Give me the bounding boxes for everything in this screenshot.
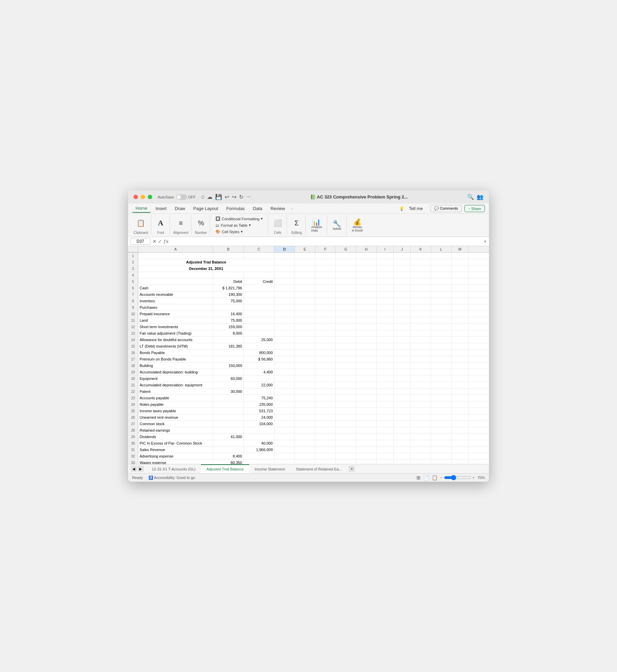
cell[interactable] (336, 356, 356, 362)
cell[interactable] (295, 421, 315, 427)
cell[interactable] (274, 388, 295, 395)
cell[interactable] (244, 317, 274, 323)
cell[interactable] (295, 343, 315, 349)
cell[interactable] (394, 343, 411, 349)
cell[interactable]: 800,000 (244, 350, 274, 356)
cell[interactable] (315, 395, 336, 401)
cell[interactable]: Premium on Bonds Payable (138, 356, 213, 362)
cell[interactable] (213, 356, 244, 362)
cell[interactable]: 75,000 (213, 298, 244, 304)
sheet-tab[interactable]: Adjusted Trial Balance (201, 464, 249, 473)
cell[interactable] (336, 440, 356, 446)
cell[interactable] (336, 266, 356, 272)
cell[interactable] (356, 266, 377, 272)
cell[interactable] (377, 259, 394, 265)
cell[interactable] (244, 343, 274, 349)
cell[interactable] (336, 434, 356, 440)
cell[interactable] (336, 259, 356, 265)
cell[interactable]: Sales Revenue (138, 447, 213, 453)
cell[interactable] (431, 272, 452, 278)
cell[interactable] (336, 285, 356, 291)
cell[interactable] (315, 324, 336, 330)
cell[interactable] (315, 453, 336, 459)
cell[interactable] (411, 266, 431, 272)
cell[interactable] (315, 440, 336, 446)
cell[interactable] (431, 440, 452, 446)
cell[interactable] (394, 434, 411, 440)
cell[interactable] (411, 259, 431, 265)
cell[interactable] (244, 427, 274, 433)
cell[interactable] (213, 427, 244, 433)
cell[interactable] (274, 453, 295, 459)
cell[interactable] (274, 421, 295, 427)
cell[interactable] (274, 266, 295, 272)
cell[interactable] (394, 408, 411, 414)
cell[interactable] (394, 311, 411, 317)
cell[interactable] (377, 395, 394, 401)
cell[interactable] (295, 401, 315, 407)
cell[interactable] (356, 401, 377, 407)
cell[interactable]: Prepaid insurance (138, 311, 213, 317)
cell[interactable] (336, 460, 356, 464)
cell[interactable] (431, 414, 452, 420)
menu-page-layout[interactable]: Page Layout (190, 205, 222, 212)
conditional-formatting-btn[interactable]: 🔲 Conditional Formatting ▾ (213, 216, 265, 222)
cell[interactable] (274, 356, 295, 362)
cell[interactable]: 75,000 (213, 317, 244, 323)
cell[interactable] (452, 253, 469, 259)
cell[interactable] (394, 253, 411, 259)
cell[interactable] (452, 343, 469, 349)
cell[interactable] (431, 408, 452, 414)
cell[interactable] (394, 285, 411, 291)
cell[interactable]: Common stock (138, 421, 213, 427)
cell[interactable] (452, 304, 469, 310)
cell[interactable] (336, 317, 356, 323)
col-header-h[interactable]: H (356, 246, 377, 252)
cell[interactable] (411, 291, 431, 298)
cell[interactable] (315, 330, 336, 336)
cell[interactable]: 80,350 (213, 460, 244, 464)
cell[interactable] (452, 388, 469, 395)
cell[interactable] (356, 337, 377, 343)
cell[interactable] (377, 408, 394, 414)
cell[interactable] (431, 427, 452, 433)
cell[interactable] (411, 343, 431, 349)
cell[interactable] (274, 460, 295, 464)
cell[interactable] (411, 414, 431, 420)
cell[interactable] (452, 350, 469, 356)
cell[interactable]: 104,000 (244, 421, 274, 427)
cell[interactable]: 531,723 (244, 408, 274, 414)
cell[interactable] (452, 363, 469, 369)
cell[interactable] (295, 285, 315, 291)
cell[interactable]: Inventory (138, 298, 213, 304)
cell[interactable] (315, 350, 336, 356)
cell[interactable] (431, 395, 452, 401)
search-icon[interactable]: 🔍 (467, 194, 474, 200)
cell[interactable] (244, 253, 274, 259)
cell[interactable] (336, 421, 356, 427)
cancel-formula-icon[interactable]: ✕ (153, 239, 157, 244)
cell[interactable] (244, 311, 274, 317)
cell[interactable] (336, 291, 356, 298)
cell[interactable] (452, 259, 469, 265)
cell[interactable] (213, 401, 244, 407)
cell[interactable]: $ 1,821,796 (213, 285, 244, 291)
cell[interactable] (431, 278, 452, 285)
cell[interactable] (315, 317, 336, 323)
cell[interactable] (431, 343, 452, 349)
col-header-m[interactable]: M (452, 246, 469, 252)
share-button[interactable]: ↑ Share (464, 205, 485, 212)
cell[interactable] (411, 330, 431, 336)
cell[interactable] (411, 350, 431, 356)
cell[interactable] (274, 382, 295, 388)
cell[interactable] (244, 291, 274, 298)
col-header-i[interactable]: I (377, 246, 394, 252)
menu-tell-me[interactable]: Tell me (406, 205, 426, 212)
cell[interactable] (452, 434, 469, 440)
cell[interactable] (295, 298, 315, 304)
cell[interactable]: Debit (213, 278, 244, 285)
cell[interactable] (356, 298, 377, 304)
cell[interactable] (452, 369, 469, 375)
cell[interactable] (411, 369, 431, 375)
cell[interactable]: Advertising expense (138, 453, 213, 459)
